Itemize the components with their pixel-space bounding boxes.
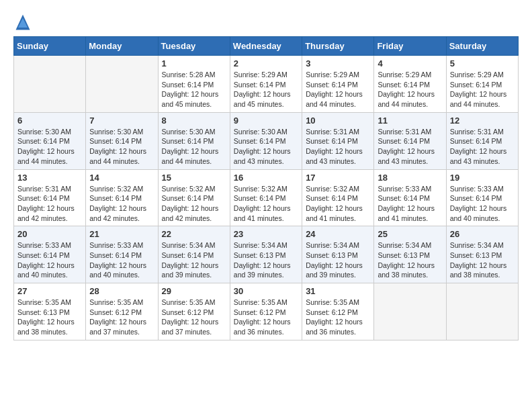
day-number: 26 — [450, 229, 515, 239]
day-info: Sunrise: 5:29 AM Sunset: 6:14 PM Dayligh… — [378, 70, 442, 109]
day-number: 9 — [234, 116, 298, 126]
calendar-cell — [446, 283, 518, 340]
calendar-cell: 18Sunrise: 5:33 AM Sunset: 6:14 PM Dayli… — [374, 169, 446, 226]
day-info: Sunrise: 5:32 AM Sunset: 6:14 PM Dayligh… — [306, 184, 370, 224]
day-number: 22 — [162, 229, 226, 239]
day-number: 12 — [450, 116, 515, 126]
calendar-cell: 11Sunrise: 5:31 AM Sunset: 6:14 PM Dayli… — [374, 112, 446, 169]
day-info: Sunrise: 5:34 AM Sunset: 6:13 PM Dayligh… — [234, 240, 298, 280]
day-info: Sunrise: 5:35 AM Sunset: 6:13 PM Dayligh… — [17, 298, 82, 337]
calendar-cell: 15Sunrise: 5:32 AM Sunset: 6:14 PM Dayli… — [158, 169, 230, 226]
day-info: Sunrise: 5:34 AM Sunset: 6:13 PM Dayligh… — [450, 240, 515, 280]
day-info: Sunrise: 5:29 AM Sunset: 6:14 PM Dayligh… — [450, 70, 515, 109]
day-number: 4 — [378, 58, 442, 68]
calendar-cell: 6Sunrise: 5:30 AM Sunset: 6:14 PM Daylig… — [14, 112, 86, 169]
calendar-week-row: 1Sunrise: 5:28 AM Sunset: 6:14 PM Daylig… — [14, 56, 519, 113]
calendar-cell: 7Sunrise: 5:30 AM Sunset: 6:14 PM Daylig… — [86, 112, 158, 169]
day-info: Sunrise: 5:33 AM Sunset: 6:14 PM Dayligh… — [450, 184, 515, 224]
calendar-cell — [14, 56, 86, 113]
calendar-header-thursday: Thursday — [302, 37, 374, 56]
day-number: 16 — [234, 173, 298, 183]
calendar-cell: 20Sunrise: 5:33 AM Sunset: 6:14 PM Dayli… — [14, 226, 86, 283]
day-info: Sunrise: 5:35 AM Sunset: 6:12 PM Dayligh… — [162, 298, 226, 337]
calendar-cell: 2Sunrise: 5:29 AM Sunset: 6:14 PM Daylig… — [230, 56, 302, 113]
calendar-cell: 10Sunrise: 5:31 AM Sunset: 6:14 PM Dayli… — [302, 112, 374, 169]
day-info: Sunrise: 5:35 AM Sunset: 6:12 PM Dayligh… — [89, 298, 154, 337]
day-info: Sunrise: 5:31 AM Sunset: 6:14 PM Dayligh… — [306, 127, 370, 167]
day-info: Sunrise: 5:30 AM Sunset: 6:14 PM Dayligh… — [234, 127, 298, 167]
calendar-cell: 28Sunrise: 5:35 AM Sunset: 6:12 PM Dayli… — [86, 283, 158, 340]
day-number: 5 — [450, 58, 515, 68]
day-number: 23 — [234, 229, 298, 239]
calendar-week-row: 20Sunrise: 5:33 AM Sunset: 6:14 PM Dayli… — [14, 226, 519, 283]
calendar-cell: 19Sunrise: 5:33 AM Sunset: 6:14 PM Dayli… — [446, 169, 518, 226]
calendar-header-sunday: Sunday — [14, 37, 86, 56]
day-info: Sunrise: 5:32 AM Sunset: 6:14 PM Dayligh… — [162, 184, 226, 224]
day-number: 10 — [306, 116, 370, 126]
day-number: 20 — [17, 229, 82, 239]
day-info: Sunrise: 5:30 AM Sunset: 6:14 PM Dayligh… — [162, 127, 226, 167]
day-info: Sunrise: 5:29 AM Sunset: 6:14 PM Dayligh… — [306, 70, 370, 109]
day-info: Sunrise: 5:34 AM Sunset: 6:13 PM Dayligh… — [378, 240, 442, 280]
calendar-cell: 27Sunrise: 5:35 AM Sunset: 6:13 PM Dayli… — [14, 283, 86, 340]
day-number: 13 — [17, 173, 82, 183]
day-info: Sunrise: 5:29 AM Sunset: 6:14 PM Dayligh… — [234, 70, 298, 109]
day-info: Sunrise: 5:31 AM Sunset: 6:14 PM Dayligh… — [378, 127, 442, 167]
day-info: Sunrise: 5:28 AM Sunset: 6:14 PM Dayligh… — [162, 70, 226, 109]
calendar-week-row: 13Sunrise: 5:31 AM Sunset: 6:14 PM Dayli… — [14, 169, 519, 226]
day-info: Sunrise: 5:31 AM Sunset: 6:14 PM Dayligh… — [17, 184, 82, 224]
calendar-cell: 17Sunrise: 5:32 AM Sunset: 6:14 PM Dayli… — [302, 169, 374, 226]
calendar-cell: 1Sunrise: 5:28 AM Sunset: 6:14 PM Daylig… — [158, 56, 230, 113]
day-number: 2 — [234, 58, 298, 68]
day-number: 6 — [17, 116, 82, 126]
day-info: Sunrise: 5:31 AM Sunset: 6:14 PM Dayligh… — [450, 127, 515, 167]
logo-icon — [13, 13, 32, 32]
day-number: 11 — [378, 116, 442, 126]
day-number: 15 — [162, 173, 226, 183]
day-info: Sunrise: 5:30 AM Sunset: 6:14 PM Dayligh… — [89, 127, 154, 167]
day-info: Sunrise: 5:33 AM Sunset: 6:14 PM Dayligh… — [17, 240, 82, 280]
calendar-cell: 29Sunrise: 5:35 AM Sunset: 6:12 PM Dayli… — [158, 283, 230, 340]
day-info: Sunrise: 5:32 AM Sunset: 6:14 PM Dayligh… — [89, 184, 154, 224]
calendar-cell: 5Sunrise: 5:29 AM Sunset: 6:14 PM Daylig… — [446, 56, 518, 113]
day-number: 21 — [89, 229, 154, 239]
day-number: 24 — [306, 229, 370, 239]
page-header — [13, 13, 519, 32]
calendar-cell — [86, 56, 158, 113]
calendar-week-row: 27Sunrise: 5:35 AM Sunset: 6:13 PM Dayli… — [14, 283, 519, 340]
day-info: Sunrise: 5:35 AM Sunset: 6:12 PM Dayligh… — [306, 298, 370, 337]
day-number: 31 — [306, 286, 370, 296]
calendar-cell: 25Sunrise: 5:34 AM Sunset: 6:13 PM Dayli… — [374, 226, 446, 283]
calendar-header-monday: Monday — [86, 37, 158, 56]
calendar-header-saturday: Saturday — [446, 37, 518, 56]
day-number: 3 — [306, 58, 370, 68]
day-number: 19 — [450, 173, 515, 183]
calendar-cell: 31Sunrise: 5:35 AM Sunset: 6:12 PM Dayli… — [302, 283, 374, 340]
calendar-cell: 4Sunrise: 5:29 AM Sunset: 6:14 PM Daylig… — [374, 56, 446, 113]
day-info: Sunrise: 5:34 AM Sunset: 6:13 PM Dayligh… — [306, 240, 370, 280]
calendar-cell: 16Sunrise: 5:32 AM Sunset: 6:14 PM Dayli… — [230, 169, 302, 226]
calendar-header-wednesday: Wednesday — [230, 37, 302, 56]
calendar-cell: 30Sunrise: 5:35 AM Sunset: 6:12 PM Dayli… — [230, 283, 302, 340]
calendar-cell: 3Sunrise: 5:29 AM Sunset: 6:14 PM Daylig… — [302, 56, 374, 113]
calendar-week-row: 6Sunrise: 5:30 AM Sunset: 6:14 PM Daylig… — [14, 112, 519, 169]
day-info: Sunrise: 5:30 AM Sunset: 6:14 PM Dayligh… — [17, 127, 82, 167]
calendar-table: SundayMondayTuesdayWednesdayThursdayFrid… — [13, 36, 519, 340]
day-number: 17 — [306, 173, 370, 183]
day-number: 27 — [17, 286, 82, 296]
calendar-cell: 14Sunrise: 5:32 AM Sunset: 6:14 PM Dayli… — [86, 169, 158, 226]
day-number: 7 — [89, 116, 154, 126]
calendar-cell — [374, 283, 446, 340]
calendar-cell: 8Sunrise: 5:30 AM Sunset: 6:14 PM Daylig… — [158, 112, 230, 169]
calendar-cell: 22Sunrise: 5:34 AM Sunset: 6:14 PM Dayli… — [158, 226, 230, 283]
day-number: 18 — [378, 173, 442, 183]
calendar-cell: 23Sunrise: 5:34 AM Sunset: 6:13 PM Dayli… — [230, 226, 302, 283]
day-number: 29 — [162, 286, 226, 296]
day-number: 14 — [89, 173, 154, 183]
calendar-cell: 9Sunrise: 5:30 AM Sunset: 6:14 PM Daylig… — [230, 112, 302, 169]
calendar-cell: 13Sunrise: 5:31 AM Sunset: 6:14 PM Dayli… — [14, 169, 86, 226]
calendar-cell: 24Sunrise: 5:34 AM Sunset: 6:13 PM Dayli… — [302, 226, 374, 283]
calendar-cell: 21Sunrise: 5:33 AM Sunset: 6:14 PM Dayli… — [86, 226, 158, 283]
day-number: 1 — [162, 58, 226, 68]
day-number: 28 — [89, 286, 154, 296]
